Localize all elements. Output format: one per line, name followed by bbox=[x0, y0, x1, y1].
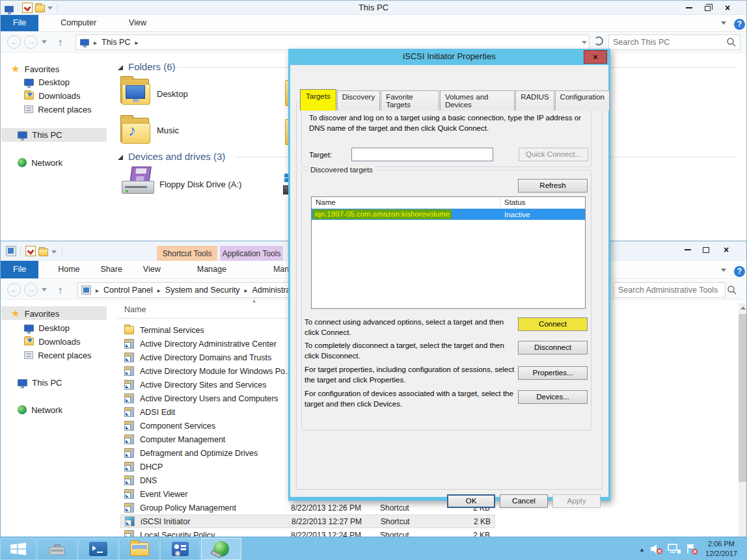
sidebar-item-desktop[interactable]: Desktop bbox=[24, 77, 70, 87]
sidebar-item-desktop[interactable]: Desktop bbox=[24, 323, 70, 333]
search-input[interactable] bbox=[609, 38, 726, 47]
group-header-folders[interactable]: Folders (6) bbox=[118, 61, 176, 72]
address-dropdown-chevron-icon[interactable] bbox=[582, 41, 587, 44]
sidebar-item-recent-places[interactable]: Recent places bbox=[24, 351, 92, 360]
quick-connect-button[interactable]: Quick Connect... bbox=[519, 148, 588, 161]
forward-button[interactable]: → bbox=[24, 35, 38, 49]
recent-locations-chevron-icon[interactable] bbox=[42, 288, 47, 291]
ribbon-expand-chevron-icon[interactable] bbox=[721, 21, 726, 25]
search-icon[interactable] bbox=[726, 37, 737, 47]
up-button[interactable]: ↑ bbox=[58, 36, 63, 47]
clock[interactable]: 2:06 PM 12/2/2017 bbox=[705, 539, 737, 559]
qat-customize-chevron-icon[interactable] bbox=[51, 250, 57, 254]
search-box[interactable] bbox=[608, 34, 740, 50]
control-panel-taskbar-button[interactable] bbox=[160, 538, 200, 560]
devices-button[interactable]: Devices... bbox=[518, 390, 588, 404]
file-explorer-taskbar-button[interactable] bbox=[119, 538, 159, 560]
dialog-tab-favorite-targets[interactable]: Favorite Targets bbox=[381, 90, 439, 111]
column-header-status[interactable]: Status bbox=[504, 197, 526, 208]
recent-locations-chevron-icon[interactable] bbox=[42, 40, 47, 44]
restore-button[interactable] bbox=[698, 1, 716, 14]
network-tray-icon[interactable] bbox=[668, 544, 682, 554]
help-icon[interactable]: ? bbox=[734, 266, 745, 277]
target-row[interactable]: iqn.1997-05.com.amazon:kishorevolume Ina… bbox=[312, 209, 585, 220]
search-icon[interactable] bbox=[727, 285, 737, 295]
tab-view[interactable]: View bbox=[118, 15, 157, 31]
sidebar-item-network[interactable]: Network bbox=[18, 158, 62, 168]
scrollbar-up-icon[interactable] bbox=[739, 303, 747, 313]
search-box[interactable] bbox=[614, 282, 726, 298]
sidebar-item-recent-places[interactable]: Recent places bbox=[24, 105, 92, 114]
breadcrumb-separator-icon[interactable]: ▸ bbox=[130, 39, 143, 46]
dialog-tab-targets[interactable]: Targets bbox=[300, 89, 336, 111]
close-button[interactable]: × bbox=[716, 1, 739, 14]
this-pc-titlebar[interactable]: This PC × bbox=[1, 1, 746, 15]
up-button[interactable]: ↑ bbox=[58, 284, 63, 295]
server-manager-taskbar-button[interactable] bbox=[37, 538, 77, 560]
new-folder-qat-icon[interactable] bbox=[38, 247, 49, 257]
group-header-devices[interactable]: Devices and drives (3) bbox=[118, 151, 225, 162]
tab-share[interactable]: Share bbox=[90, 261, 133, 278]
volume-muted-icon[interactable] bbox=[649, 543, 664, 555]
folder-item-music[interactable]: Music bbox=[157, 126, 179, 135]
connect-button[interactable]: Connect bbox=[518, 317, 588, 331]
scrollbar-thumb[interactable] bbox=[739, 314, 747, 482]
forward-button[interactable]: → bbox=[24, 283, 38, 297]
sidebar-item-downloads[interactable]: Downloads bbox=[24, 337, 81, 347]
back-button[interactable]: ← bbox=[7, 35, 21, 49]
dialog-tab-configuration[interactable]: Configuration bbox=[555, 90, 610, 111]
tab-view[interactable]: View bbox=[133, 261, 171, 278]
sidebar-item-favorites[interactable]: ★ Favorites bbox=[11, 308, 59, 319]
minimize-button[interactable] bbox=[679, 243, 697, 256]
action-center-flag-icon[interactable] bbox=[686, 543, 698, 555]
contextual-tab-application-tools[interactable]: Application Tools bbox=[220, 246, 283, 261]
dialog-tab-volumes-and-devices[interactable]: Volumes and Devices bbox=[440, 90, 515, 111]
tab-file[interactable]: File bbox=[1, 15, 38, 31]
search-input[interactable] bbox=[614, 286, 727, 295]
close-button[interactable]: × bbox=[715, 243, 737, 256]
desktop-folder-icon[interactable] bbox=[120, 76, 152, 107]
properties-button[interactable]: Properties... bbox=[518, 366, 588, 380]
breadcrumb-this-pc[interactable]: This PC bbox=[102, 38, 130, 47]
drive-item-floppy[interactable]: Floppy Disk Drive (A:) bbox=[159, 180, 241, 189]
sidebar-item-favorites[interactable]: ★ Favorites bbox=[11, 63, 59, 75]
list-item[interactable]: Local Security Policy 8/22/2013 12:24 PM… bbox=[120, 528, 495, 537]
address-bar[interactable]: ▸ This PC ▸ bbox=[75, 34, 590, 50]
ribbon-expand-chevron-icon[interactable] bbox=[721, 269, 726, 272]
sidebar-item-this-pc[interactable]: This PC bbox=[18, 130, 62, 140]
dialog-titlebar[interactable]: iSCSI Initiator Properties bbox=[288, 49, 610, 65]
breadcrumb-control-panel[interactable]: Control Panel bbox=[103, 286, 153, 295]
sidebar-item-network[interactable]: Network bbox=[18, 405, 62, 415]
tab-file[interactable]: File bbox=[1, 261, 38, 278]
show-hidden-icons-button[interactable]: ▴ bbox=[636, 546, 647, 553]
sidebar-item-this-pc[interactable]: This PC bbox=[18, 378, 62, 388]
breadcrumb-separator-icon[interactable]: ▸ bbox=[239, 287, 252, 294]
contextual-tab-shortcut-tools[interactable]: Shortcut Tools bbox=[157, 246, 217, 261]
folder-item-desktop[interactable]: Desktop bbox=[157, 89, 188, 99]
cancel-button[interactable]: Cancel bbox=[500, 494, 548, 508]
column-header-name[interactable]: Name bbox=[124, 305, 146, 314]
minimize-button[interactable] bbox=[680, 1, 698, 14]
start-button[interactable] bbox=[0, 538, 36, 560]
target-input[interactable] bbox=[351, 148, 493, 161]
breadcrumb-separator-icon[interactable]: ▸ bbox=[153, 287, 165, 294]
column-header-name[interactable]: Name bbox=[316, 197, 336, 208]
tab-home[interactable]: Home bbox=[48, 261, 90, 278]
list-item[interactable]: Group Policy Management 8/22/2013 12:26 … bbox=[120, 501, 495, 514]
back-button[interactable]: ← bbox=[7, 283, 21, 297]
ok-button[interactable]: OK bbox=[447, 494, 495, 508]
floppy-drive-icon[interactable] bbox=[122, 167, 156, 198]
refresh-icon[interactable] bbox=[594, 36, 603, 46]
apply-button[interactable]: Apply bbox=[552, 494, 601, 508]
maximize-button[interactable] bbox=[697, 243, 715, 256]
dialog-tab-radius[interactable]: RADIUS bbox=[515, 90, 554, 111]
help-icon[interactable]: ? bbox=[734, 19, 745, 30]
breadcrumb-system-and-security[interactable]: System and Security bbox=[165, 286, 240, 295]
list-item-iscsi-initiator[interactable]: iSCSI Initiator 8/22/2013 12:27 PM Short… bbox=[120, 514, 495, 528]
iscsi-network-taskbar-button[interactable] bbox=[201, 538, 241, 560]
properties-qat-icon[interactable] bbox=[25, 246, 36, 256]
refresh-button[interactable]: Refresh bbox=[518, 179, 588, 193]
dialog-close-button[interactable]: × bbox=[584, 50, 607, 64]
disconnect-button[interactable]: Disconnect bbox=[518, 341, 588, 354]
powershell-taskbar-button[interactable] bbox=[78, 538, 118, 560]
